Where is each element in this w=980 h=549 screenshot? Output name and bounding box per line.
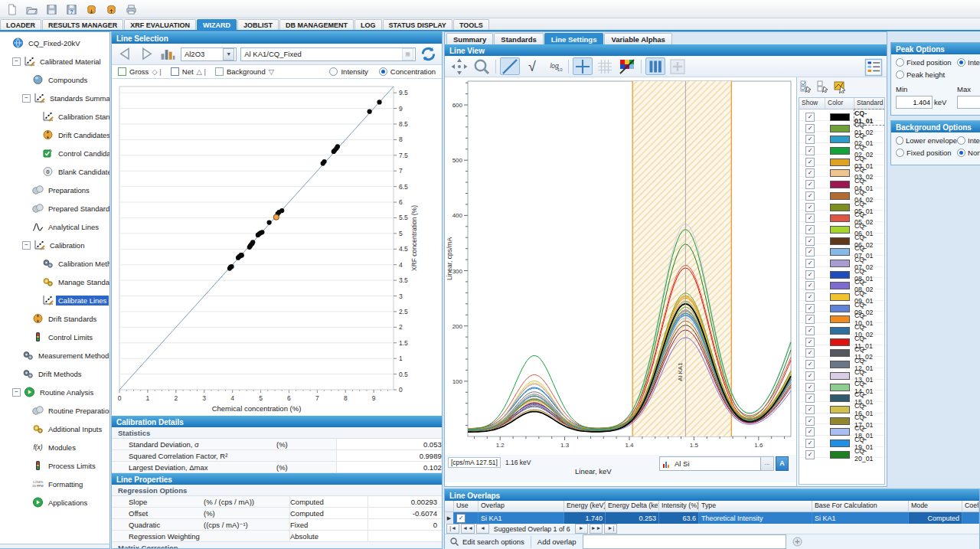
color-swatch[interactable] xyxy=(830,440,850,447)
peak-height-radio[interactable] xyxy=(896,70,904,79)
standard-row-cq-06-02[interactable]: ✓CQ-06_02 xyxy=(799,234,884,245)
open-file-icon[interactable] xyxy=(23,2,40,17)
tree-item-measurement-methods[interactable]: Measurement Methods xyxy=(0,346,109,364)
color-swatch[interactable] xyxy=(830,192,850,200)
color-swatch[interactable] xyxy=(830,260,850,267)
tree-item-routine-preparations[interactable]: Routine Preparations xyxy=(0,401,109,420)
min-kev-input[interactable] xyxy=(896,96,933,109)
show-checkbox[interactable]: ✓ xyxy=(805,146,815,155)
prev-page-button[interactable]: ◄ xyxy=(476,524,489,534)
bg-none-radio[interactable] xyxy=(957,149,965,157)
sqrt-scale-icon[interactable]: √ xyxy=(522,57,542,75)
color-swatch[interactable] xyxy=(830,406,850,413)
color-swatch[interactable] xyxy=(830,237,850,245)
element-select-box[interactable]: Al Si xyxy=(659,456,761,471)
compound-select[interactable]: Al2O3▼ xyxy=(181,47,237,61)
zoom-icon[interactable] xyxy=(472,57,492,75)
show-checkbox[interactable]: ✓ xyxy=(805,326,815,335)
color-swatch[interactable] xyxy=(830,248,850,256)
fast-prev-button[interactable]: ◄◄ xyxy=(461,524,475,534)
standard-row-cq-11-02[interactable]: ✓CQ-11_02 xyxy=(799,345,884,357)
tree-item-routine-analysis[interactable]: −Routine Analysis xyxy=(0,383,109,401)
export-db-icon[interactable] xyxy=(103,2,119,17)
tab-xrf-evaluation[interactable]: XRF EVALUATION xyxy=(124,19,196,30)
bg-integral-radio[interactable] xyxy=(957,136,965,145)
show-checkbox[interactable]: ✓ xyxy=(805,439,815,448)
show-checkbox[interactable]: ✓ xyxy=(805,417,815,426)
calibration-plot-area[interactable]: 00.511.522.533.544.555.566.577.588.599.5… xyxy=(112,79,442,416)
tree-item-calibration[interactable]: −Calibration xyxy=(0,236,109,254)
color-swatch[interactable] xyxy=(830,327,850,335)
color-swatch[interactable] xyxy=(830,417,850,425)
show-checkbox[interactable]: ✓ xyxy=(805,191,815,201)
first-page-button[interactable]: |◄ xyxy=(446,524,459,534)
expander-icon[interactable]: − xyxy=(12,388,21,397)
tab-line-settings[interactable]: Line Settings xyxy=(544,33,604,44)
standard-row-cq-12-01[interactable]: ✓CQ-12_01 xyxy=(799,357,884,368)
standard-row-cq-09-01[interactable]: ✓CQ-09_01 xyxy=(799,289,884,301)
standard-row-cq-07-01[interactable]: ✓CQ-07_01 xyxy=(799,244,884,256)
tab-wizard[interactable]: WIZARD xyxy=(197,19,237,30)
standard-row-cq-03-02[interactable]: ✓CQ-03_02 xyxy=(799,165,884,177)
tree-item-calibration-standards[interactable]: Calibration Standards xyxy=(0,107,109,126)
tab-db-management[interactable]: DB MANAGEMENT xyxy=(279,19,354,30)
color-swatch[interactable] xyxy=(830,338,850,346)
tree-item-prepared-standards[interactable]: Prepared Standards xyxy=(0,199,109,217)
show-checkbox[interactable]: ✓ xyxy=(805,168,815,178)
standard-row-cq-08-01[interactable]: ✓CQ-08_01 xyxy=(799,267,884,279)
use-cell[interactable]: ✓ xyxy=(454,512,479,524)
next-line-button[interactable] xyxy=(138,47,155,62)
expander-icon[interactable]: − xyxy=(22,94,31,103)
tree-item-applications[interactable]: Applications xyxy=(0,493,109,511)
tree-item-modules[interactable]: f(x)Modules xyxy=(0,438,109,456)
tree-item-drift-standards[interactable]: Drift Standards xyxy=(0,309,109,328)
tab-joblist[interactable]: JOBLIST xyxy=(237,19,279,30)
concentration-radio[interactable] xyxy=(379,67,387,76)
show-checkbox[interactable]: ✓ xyxy=(805,135,815,144)
standard-row-cq-20-01[interactable]: ✓CQ-20_01 xyxy=(799,447,884,459)
save-as-icon[interactable]: ? xyxy=(63,2,80,17)
color-swatch[interactable] xyxy=(830,136,850,143)
tab-log[interactable]: LOG xyxy=(354,19,382,30)
uncheck-all-icon[interactable] xyxy=(817,80,829,94)
edit-search-options-button[interactable]: Edit search options xyxy=(449,537,524,547)
max-kev-input[interactable] xyxy=(957,96,980,109)
tree-item-formatting[interactable]: 1.234%20 PPMFormatting xyxy=(0,475,109,493)
show-checkbox[interactable]: ✓ xyxy=(805,427,815,436)
standard-row-cq-14-01[interactable]: ✓CQ-14_01 xyxy=(799,380,884,391)
show-checkbox[interactable]: ✓ xyxy=(805,304,815,313)
color-swatch[interactable] xyxy=(830,147,850,155)
tree-item-control-candidates[interactable]: Control Candidates xyxy=(0,144,109,162)
show-checkbox[interactable]: ✓ xyxy=(805,281,815,290)
color-swatch[interactable] xyxy=(830,113,850,121)
tab-tools[interactable]: TOOLS xyxy=(453,19,489,30)
color-swatch[interactable] xyxy=(830,271,850,279)
show-checkbox[interactable]: ✓ xyxy=(805,348,815,358)
net-checkbox[interactable] xyxy=(171,67,179,76)
crosshair-icon[interactable] xyxy=(573,57,593,75)
standard-row-cq-02-02[interactable]: ✓CQ-02_02 xyxy=(799,143,884,155)
color-swatch[interactable] xyxy=(830,361,850,368)
legend-icon[interactable] xyxy=(864,58,884,76)
standard-row-cq-10-01[interactable]: ✓CQ-10_01 xyxy=(799,312,884,323)
color-swatch[interactable] xyxy=(830,282,850,289)
color-swatch[interactable] xyxy=(830,181,850,188)
spectrum-plot[interactable]: 1002003004005006001.21.31.41.51.6Al KA1L… xyxy=(445,77,795,455)
color-swatch[interactable] xyxy=(830,451,850,459)
show-checkbox[interactable]: ✓ xyxy=(805,338,815,347)
new-file-icon[interactable] xyxy=(3,2,20,17)
show-checkbox[interactable]: ✓ xyxy=(805,270,815,279)
standard-row-cq-03-01[interactable]: ✓CQ-03_01 xyxy=(799,155,884,166)
select-standard-icon[interactable] xyxy=(834,80,848,95)
standard-row-cq-01-01[interactable]: ✓CQ-01_01 xyxy=(799,109,884,121)
standard-row-cq-06-01[interactable]: ✓CQ-06_01 xyxy=(799,222,884,234)
tab-summary[interactable]: Summary xyxy=(446,33,493,44)
last-page-button[interactable]: ►| xyxy=(604,524,617,534)
show-checkbox[interactable]: ✓ xyxy=(805,113,815,122)
overlaps-table-row[interactable]: ▶✓Si KA11.7400.25363.6Theoretical Intens… xyxy=(445,512,979,524)
standard-row-cq-13-01[interactable]: ✓CQ-13_01 xyxy=(799,368,884,380)
color-swatch[interactable] xyxy=(830,384,850,391)
peak-fixed-position-radio[interactable] xyxy=(896,58,904,67)
color-swatch[interactable] xyxy=(830,305,850,312)
line-select[interactable]: Al KA1/CQ_Fixed▦ xyxy=(240,47,416,61)
